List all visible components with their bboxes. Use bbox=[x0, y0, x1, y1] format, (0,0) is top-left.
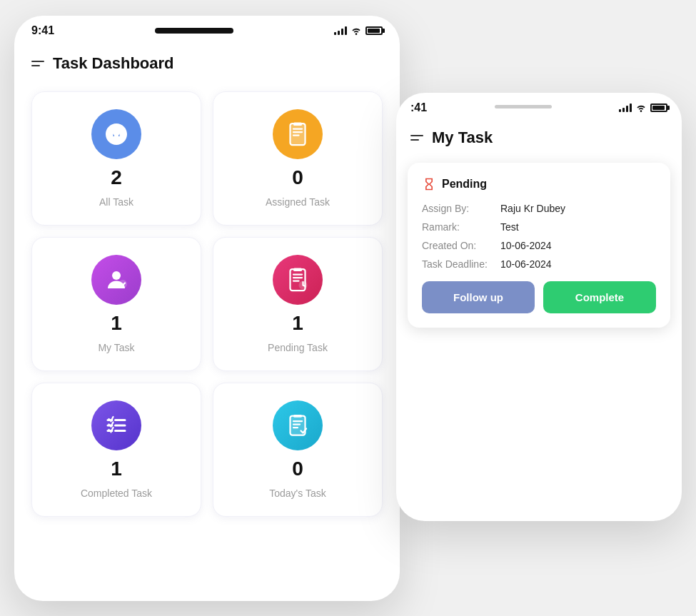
svg-point-0 bbox=[111, 129, 116, 133]
app-title-1: Task Dashboard bbox=[53, 54, 174, 73]
svg-rect-14 bbox=[293, 268, 302, 272]
notch-1 bbox=[155, 25, 233, 36]
task-status-header: Pending bbox=[422, 177, 656, 191]
card-assigned-task[interactable]: 0 Assigned Task bbox=[213, 91, 383, 226]
icon-completed-task bbox=[91, 400, 141, 450]
app-title-2: My Task bbox=[432, 128, 493, 147]
status-bar-2: :41 bbox=[396, 93, 682, 120]
icon-pending-task bbox=[273, 255, 323, 305]
count-todays-task: 0 bbox=[292, 458, 303, 480]
menu-icon-1[interactable] bbox=[31, 61, 44, 66]
label-assigned-task: Assigned Task bbox=[266, 196, 330, 208]
count-all-task: 2 bbox=[111, 166, 122, 189]
count-completed-task: 1 bbox=[111, 458, 122, 480]
label-todays-task: Today's Task bbox=[269, 488, 326, 499]
task-row-assign: Assign By: Raju Kr Dubey bbox=[422, 203, 656, 214]
svg-rect-23 bbox=[293, 415, 302, 418]
icon-my-task bbox=[91, 255, 141, 305]
notch-pill-2 bbox=[495, 105, 552, 108]
status-icons-2 bbox=[619, 103, 667, 112]
task-status-text: Pending bbox=[442, 178, 487, 191]
phones-container: 9:41 Task Dashboard bbox=[0, 0, 696, 616]
assign-value: Raju Kr Dubey bbox=[500, 203, 565, 214]
assign-label: Assign By: bbox=[422, 203, 500, 214]
wifi-icon-2 bbox=[635, 103, 647, 112]
dashboard-grid: 2 All Task 0 Assigned Task bbox=[14, 84, 400, 534]
svg-rect-2 bbox=[291, 123, 306, 145]
status-bar-1: 9:41 bbox=[14, 16, 400, 43]
card-all-task[interactable]: 2 All Task bbox=[31, 91, 201, 226]
icon-assigned-task bbox=[273, 109, 323, 159]
label-pending-task: Pending Task bbox=[268, 342, 328, 353]
card-todays-task[interactable]: 0 Today's Task bbox=[213, 383, 383, 517]
followup-button[interactable]: Follow up bbox=[422, 281, 535, 313]
battery-icon-1 bbox=[365, 26, 383, 35]
count-pending-task: 1 bbox=[292, 312, 303, 335]
status-time-2: :41 bbox=[410, 101, 427, 114]
deadline-value: 10-06-2024 bbox=[500, 258, 552, 270]
status-time-1: 9:41 bbox=[31, 24, 54, 37]
phone-task-detail: :41 My Task bbox=[396, 93, 682, 521]
task-row-deadline: Task Deadline: 10-06-2024 bbox=[422, 258, 656, 270]
created-label: Created On: bbox=[422, 240, 500, 251]
complete-button[interactable]: Complete bbox=[543, 281, 656, 313]
wifi-icon-1 bbox=[350, 26, 362, 35]
count-my-task: 1 bbox=[111, 312, 122, 335]
signal-icon-1 bbox=[334, 26, 347, 35]
remark-value: Test bbox=[500, 221, 519, 233]
phone-dashboard: 9:41 Task Dashboard bbox=[14, 16, 400, 601]
icon-all-task bbox=[91, 109, 141, 159]
svg-point-1 bbox=[118, 129, 122, 133]
card-pending-task[interactable]: 1 Pending Task bbox=[213, 237, 383, 371]
hourglass-icon bbox=[422, 177, 436, 191]
card-completed-task[interactable]: 1 Completed Task bbox=[31, 383, 201, 517]
task-card: Pending Assign By: Raju Kr Dubey Ramark:… bbox=[408, 163, 670, 328]
status-icons-1 bbox=[334, 26, 383, 35]
signal-icon-2 bbox=[619, 103, 632, 112]
notch-2 bbox=[495, 102, 552, 114]
deadline-label: Task Deadline: bbox=[422, 258, 500, 270]
app-header-1: Task Dashboard bbox=[14, 43, 400, 84]
label-all-task: All Task bbox=[99, 196, 133, 208]
menu-icon-2[interactable] bbox=[410, 135, 423, 141]
count-assigned-task: 0 bbox=[292, 166, 303, 189]
battery-icon-2 bbox=[650, 103, 667, 112]
task-row-remark: Ramark: Test bbox=[422, 221, 656, 233]
remark-label: Ramark: bbox=[422, 221, 500, 233]
task-row-created: Created On: 10-06-2024 bbox=[422, 240, 656, 251]
app-header-2: My Task bbox=[396, 120, 682, 156]
dynamic-island-1 bbox=[155, 28, 233, 34]
label-completed-task: Completed Task bbox=[81, 488, 152, 499]
task-actions: Follow up Complete bbox=[422, 281, 656, 313]
label-my-task: My Task bbox=[98, 342, 134, 353]
created-value: 10-06-2024 bbox=[500, 240, 552, 251]
card-my-task[interactable]: 1 My Task bbox=[31, 237, 201, 371]
svg-point-8 bbox=[112, 271, 121, 280]
svg-rect-7 bbox=[293, 123, 302, 126]
icon-todays-task bbox=[273, 400, 323, 450]
